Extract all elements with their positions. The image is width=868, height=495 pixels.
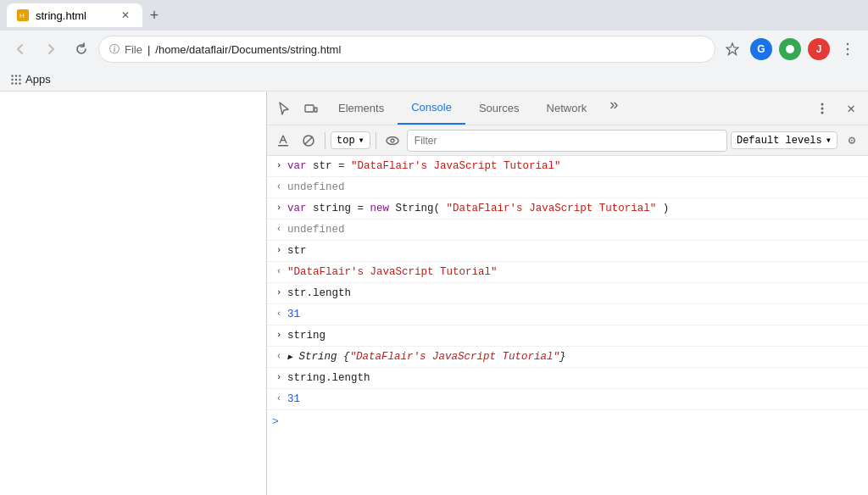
block-requests-button[interactable] <box>298 130 320 152</box>
title-bar: H string.html ✕ + <box>0 0 868 31</box>
info-icon: ⓘ <box>109 42 120 57</box>
tab-sources[interactable]: Sources <box>465 92 533 125</box>
toolbar-separator <box>325 132 326 149</box>
console-prompt-line: > <box>267 410 868 435</box>
console-line-1: › var str = "DataFlair's JavaScript Tuto… <box>267 156 868 177</box>
svg-point-17 <box>821 103 824 105</box>
devtools-menu-button[interactable] <box>809 95 836 122</box>
tab-elements[interactable]: Elements <box>325 92 398 125</box>
keyword-var-3: var <box>287 203 307 214</box>
arrow-in-9: › <box>270 327 287 343</box>
reload-button[interactable] <box>68 36 95 63</box>
tab-network[interactable]: Network <box>533 92 601 125</box>
svg-point-7 <box>15 75 17 76</box>
svg-point-12 <box>11 82 13 84</box>
arrow-out-2: ‹ <box>270 179 287 195</box>
clear-icon <box>276 134 290 147</box>
svg-point-9 <box>11 78 13 80</box>
svg-point-11 <box>19 78 20 80</box>
profile-dot-button[interactable] <box>776 36 804 63</box>
tab-console[interactable]: Console <box>398 92 465 125</box>
block-icon <box>302 134 315 147</box>
console-code-11: string.length <box>287 370 863 387</box>
console-input[interactable] <box>282 416 863 428</box>
context-select[interactable]: top ▾ <box>331 131 370 149</box>
svg-point-23 <box>387 136 398 144</box>
address-separator: | <box>147 43 150 56</box>
arrow-in-1: › <box>270 158 287 174</box>
console-code-5: str <box>287 242 863 259</box>
page-panel <box>0 92 266 495</box>
nav-bar: ⓘ File | /home/dataflair/Documents/strin… <box>0 31 868 68</box>
log-levels-select[interactable]: Default levels ▾ <box>731 131 837 149</box>
code-text-3b: String( <box>396 203 441 214</box>
svg-marker-2 <box>726 43 738 55</box>
tab-close-button[interactable]: ✕ <box>119 8 132 22</box>
console-output-12: 31 <box>287 391 863 408</box>
console-toolbar: top ▾ Default levels ▾ ⚙ <box>267 125 868 156</box>
eye-button[interactable] <box>381 130 403 152</box>
chrome-menu-button[interactable] <box>834 36 861 63</box>
forward-button[interactable] <box>37 36 64 63</box>
console-code-7: str.length <box>287 285 863 302</box>
bookmark-star-button[interactable] <box>719 36 746 63</box>
arrow-in-7: › <box>270 285 287 301</box>
back-button[interactable] <box>7 36 34 63</box>
devtools-tabs: Elements Console Sources Network » <box>325 92 809 125</box>
arrow-in-3: › <box>270 200 287 216</box>
prompt-arrow: > <box>272 414 279 431</box>
three-dots-icon <box>841 42 854 56</box>
console-line-9: › string <box>267 325 868 347</box>
settings-button[interactable]: ⚙ <box>841 130 863 152</box>
console-output-4: undefined <box>287 221 863 238</box>
apps-bookmark[interactable]: Apps <box>25 73 51 86</box>
svg-text:H: H <box>19 12 25 19</box>
svg-point-13 <box>15 82 17 84</box>
svg-point-24 <box>391 139 394 142</box>
devtools-close-button[interactable]: ✕ <box>837 95 865 122</box>
star-icon <box>726 42 739 56</box>
arrow-out-8: ‹ <box>270 306 287 322</box>
avatar-dot <box>779 38 801 60</box>
tab-title: string.html <box>36 9 86 22</box>
toolbar-right: G J <box>719 36 861 63</box>
context-chevron-icon: ▾ <box>359 134 364 147</box>
new-tab-button[interactable]: + <box>142 3 166 27</box>
forward-icon <box>44 42 58 56</box>
code-text-1: str = <box>313 160 351 172</box>
svg-line-22 <box>305 136 313 144</box>
address-bar[interactable]: ⓘ File | /home/dataflair/Documents/strin… <box>98 36 715 63</box>
svg-point-18 <box>821 107 824 109</box>
obj-text-10: String {"DataFlair's JavaScript Tutorial… <box>299 351 566 363</box>
profile-avatar-button[interactable]: J <box>805 36 832 63</box>
keyword-new-3: new <box>370 203 390 214</box>
svg-point-6 <box>11 75 13 76</box>
content-area: Elements Console Sources Network » ✕ <box>0 92 868 495</box>
console-output-10: ▶ String {"DataFlair's JavaScript Tutori… <box>287 348 863 365</box>
filter-input[interactable] <box>407 130 727 152</box>
toolbar-separator-2 <box>376 132 376 149</box>
string-literal-3: "DataFlair's JavaScript Tutorial" <box>447 203 657 214</box>
arrow-in-11: › <box>270 370 287 386</box>
device-toggle-button[interactable] <box>298 95 325 122</box>
inspect-element-button[interactable] <box>270 95 298 122</box>
console-line-6: ‹ "DataFlair's JavaScript Tutorial" <box>267 262 868 283</box>
console-line-7: › str.length <box>267 283 868 304</box>
svg-point-3 <box>847 43 849 45</box>
browser-tab[interactable]: H string.html ✕ <box>7 3 142 27</box>
devtools-header-right: ✕ <box>809 95 865 122</box>
arrow-out-4: ‹ <box>270 221 287 237</box>
eye-icon <box>386 136 399 145</box>
profile-circle-button[interactable]: G <box>748 36 775 63</box>
more-tabs-button[interactable]: » <box>600 92 627 119</box>
bookmarks-bar: Apps <box>0 68 868 92</box>
console-line-3: › var string = new String( "DataFlair's … <box>267 198 868 220</box>
back-icon <box>14 42 27 56</box>
apps-icon <box>10 74 22 86</box>
arrow-out-12: ‹ <box>270 391 287 407</box>
console-line-4: ‹ undefined <box>267 220 868 241</box>
favicon: H <box>17 9 29 21</box>
clear-console-button[interactable] <box>272 130 294 152</box>
console-output-8: 31 <box>287 306 863 323</box>
console-output-6: "DataFlair's JavaScript Tutorial" <box>287 264 863 281</box>
